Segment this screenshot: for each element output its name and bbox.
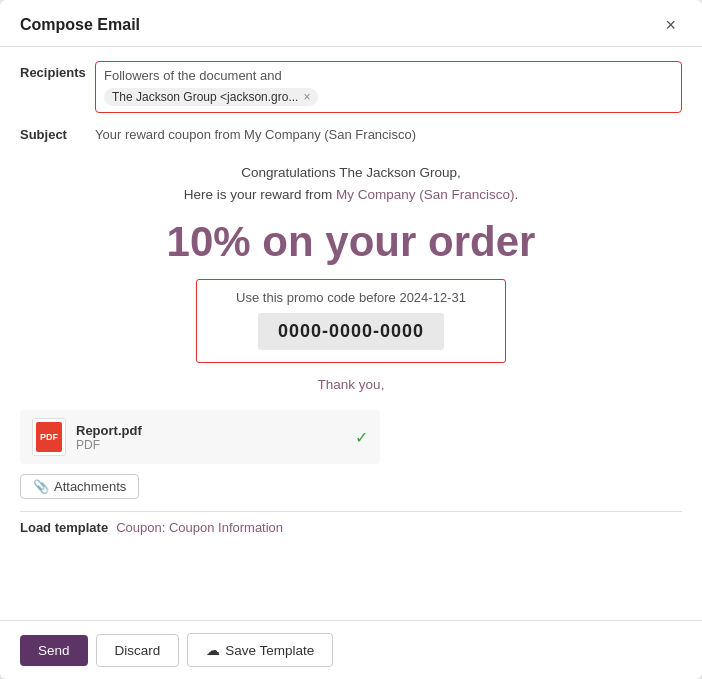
recipients-row: Recipients Followers of the document and… (20, 61, 682, 113)
save-template-button[interactable]: ☁ Save Template (187, 633, 333, 667)
recipient-tag-close[interactable]: × (303, 91, 310, 103)
recipients-label: Recipients (20, 61, 95, 80)
thank-you-text: Thank you, (20, 377, 682, 392)
dialog-body: Recipients Followers of the document and… (0, 47, 702, 620)
close-button[interactable]: × (659, 14, 682, 36)
attachments-label: Attachments (54, 479, 126, 494)
load-template-row: Load template Coupon: Coupon Information (20, 511, 682, 539)
recipients-box[interactable]: Followers of the document and The Jackso… (95, 61, 682, 113)
recipient-tag-text: The Jackson Group <jackson.gro... (112, 90, 298, 104)
greeting-line2-prefix: Here is your reward from (184, 187, 336, 202)
recipients-prefix: Followers of the document and (104, 68, 673, 83)
dialog-header: Compose Email × (0, 0, 702, 47)
promo-box: Use this promo code before 2024-12-31 00… (196, 279, 506, 363)
pdf-icon-text: PDF (40, 432, 58, 442)
load-template-link[interactable]: Coupon: Coupon Information (116, 520, 283, 535)
greeting-link: My Company (San Francisco) (336, 187, 515, 202)
dialog-footer: Send Discard ☁ Save Template (0, 620, 702, 679)
attachments-button[interactable]: 📎 Attachments (20, 474, 139, 499)
attachment-check: ✓ (355, 428, 368, 447)
subject-label: Subject (20, 123, 95, 142)
pdf-icon: PDF (36, 422, 62, 452)
save-icon: ☁ (206, 642, 220, 658)
compose-email-dialog: Compose Email × Recipients Followers of … (0, 0, 702, 679)
promo-code: 0000-0000-0000 (258, 313, 444, 350)
promo-headline: 10% on your order (20, 219, 682, 265)
greeting-line1: Congratulations The Jackson Group, (20, 162, 682, 184)
greeting-line2-suffix: . (515, 187, 519, 202)
attachment-filetype: PDF (76, 438, 345, 452)
dialog-title: Compose Email (20, 16, 140, 34)
greeting-line2: Here is your reward from My Company (San… (20, 184, 682, 206)
pdf-icon-wrapper: PDF (32, 418, 66, 456)
email-body: Congratulations The Jackson Group, Here … (20, 152, 682, 410)
attachments-link-row: 📎 Attachments (20, 474, 682, 499)
load-template-label: Load template (20, 520, 108, 535)
attachment-filename: Report.pdf (76, 423, 345, 438)
send-button[interactable]: Send (20, 635, 88, 666)
attachment-info: Report.pdf PDF (76, 423, 345, 452)
recipient-tag: The Jackson Group <jackson.gro... × (104, 88, 318, 106)
subject-row: Subject Your reward coupon from My Compa… (20, 123, 682, 142)
attachments-icon: 📎 (33, 479, 49, 494)
subject-value: Your reward coupon from My Company (San … (95, 123, 416, 142)
promo-box-label: Use this promo code before 2024-12-31 (211, 290, 491, 305)
discard-button[interactable]: Discard (96, 634, 180, 667)
save-label: Save Template (225, 643, 314, 658)
greeting-text: Congratulations The Jackson Group, Here … (20, 162, 682, 205)
attachment-row: PDF Report.pdf PDF ✓ (20, 410, 380, 464)
